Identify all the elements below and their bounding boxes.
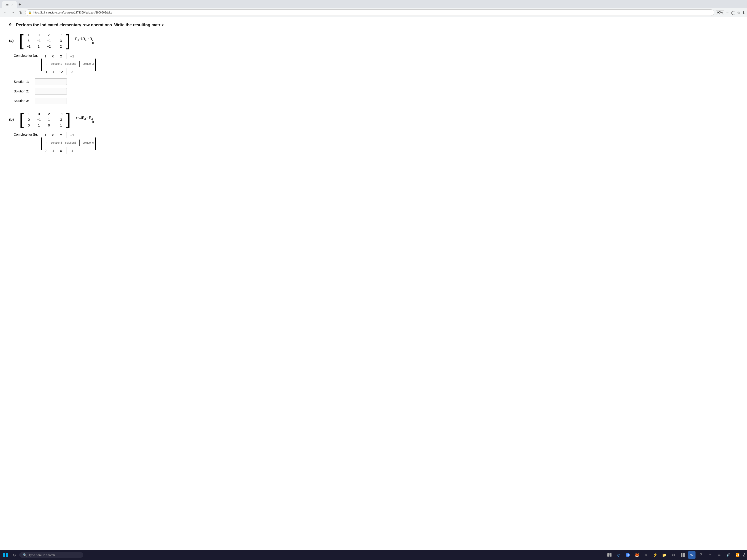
word-icon[interactable]: W [688,551,696,559]
windows-logo [3,553,8,557]
svg-rect-2 [608,555,610,557]
apps-icon[interactable]: ❖ [642,551,650,559]
cb-r2c3: solution5 [65,141,76,144]
edge-icon[interactable]: e [615,551,622,559]
ca-rhs2: solution3 [83,62,94,65]
part-b-row: (b) [ 1 0 2 0 −1 1 0 1 0 [9,111,738,128]
part-b-arrow [74,121,95,123]
aug-cols-a: 1 0 2 3 −1 −1 −1 1 −2 [24,32,54,49]
grid-icon[interactable] [679,551,686,559]
time-text: 3 [743,552,745,555]
ca-r3c1: −1 [43,70,48,74]
ca-row2: 0 solution1 solution2 solution3 [43,61,94,67]
cell-a-rhs2: 3 [57,39,65,43]
cell-b-rhs1: −1 [57,112,65,116]
solution-1-input[interactable] [35,78,67,85]
files-icon[interactable]: 📁 [661,551,668,559]
reload-button[interactable]: ↻ [18,9,24,16]
complete-a-section: Complete for (a): | 1 0 2 −1 0 solut [14,53,738,75]
ca-sep3 [67,69,67,75]
new-tab-button[interactable]: + [17,1,23,8]
cb-r3c3: 0 [59,149,63,153]
aug-separator-a [55,33,55,48]
ca-sep1 [67,53,67,59]
cell-b-rhs2: 3 [57,117,65,122]
minimize-icon[interactable]: ▭ [716,551,723,559]
taskbar-search-bar[interactable]: 🔍 Type here to search [19,552,83,558]
extensions-icon[interactable]: ⋯ [726,10,729,15]
arrow-head-a [92,42,95,44]
left-bracket-cb: | [40,136,43,150]
cb-r1c2: 0 [51,133,56,137]
chevron-up-icon[interactable]: ⌃ [706,551,714,559]
profile-icon[interactable]: ◯ [731,10,735,15]
complete-a-matrix: | 1 0 2 −1 0 solution1 solution2 [40,53,97,75]
cell-a-r1c2: 0 [35,33,42,37]
win-quad-bl [3,555,5,557]
date-text: 5/ [743,555,745,558]
firefox-icon[interactable]: 🦊 [633,551,641,559]
help-icon[interactable]: ? [697,551,705,559]
address-bar[interactable]: 🔒 https://iu.instructure.com/courses/187… [25,9,714,16]
ca-r3c3: −2 [59,70,63,74]
solution-3-label: Solution 3: [14,99,32,103]
ca-r1c1: 1 [43,54,48,58]
cell-a-r2c3: −1 [45,39,52,43]
solution-3-input[interactable] [35,98,67,104]
search-button-tb[interactable]: ⊙ [10,551,18,559]
network-icon[interactable]: 📶 [734,551,741,559]
part-b-matrix: [ 1 0 2 0 −1 1 0 1 0 −1 [19,111,71,128]
ca-row1: 1 0 2 −1 [43,53,94,59]
cb-r3c2: 1 [51,149,56,153]
lock-icon: 🔒 [28,11,32,14]
cell-a-r1c1: 1 [25,33,32,37]
back-button[interactable]: ← [2,9,8,16]
browser-tab[interactable]: am × [2,1,17,8]
tab-close-button[interactable]: × [11,3,13,6]
aug-cols-b: 1 0 2 0 −1 1 0 1 0 [24,111,54,128]
mail-icon[interactable]: ✉ [670,551,677,559]
cell-a-r3c3: −2 [45,44,52,48]
left-bracket-ca: | [40,57,43,71]
cb-rhs3: 1 [70,149,75,153]
left-bracket-a: [ [19,34,24,48]
right-bracket-cb: | [94,136,98,150]
chrome-icon[interactable] [624,551,632,559]
complete-b-section: Complete for (b): | 1 0 2 −1 0 solution4… [14,132,738,154]
bookmark-icon[interactable]: ☆ [737,10,740,15]
solution-2-row: Solution 2: [14,88,738,95]
svg-rect-8 [683,553,685,555]
cell-b-r1c2: 0 [35,112,43,116]
win-quad-br [6,555,8,557]
sound-icon[interactable]: 🔊 [725,551,732,559]
taskview-icon[interactable] [606,551,613,559]
cell-a-r3c2: 1 [35,44,42,48]
lightning-icon[interactable]: ⚡ [651,551,659,559]
aug-inner-b: 1 0 2 0 −1 1 0 1 0 −1 3 1 [24,111,66,128]
ca-r1c2: 0 [51,54,56,58]
solution-2-input[interactable] [35,88,67,95]
search-placeholder-text: Type here to search [29,553,55,557]
part-b-operation: (−1)R2→R2 [74,116,95,123]
taskbar-icons: e 🦊 ❖ ⚡ 📁 ✉ W ? ⌃ ▭ 🔊 📶 3 [606,551,745,559]
cb-row3: 0 1 0 1 [43,147,94,154]
forward-button[interactable]: → [9,9,16,16]
part-a-op-label: R2−3R1→R2 [75,37,94,41]
search-icon-taskbar: 🔍 [23,553,27,557]
cb-r2c2: solution4 [51,141,62,144]
cell-b-r3c1: 0 [25,123,32,127]
download-icon[interactable]: ⬇ [742,10,745,15]
address-bar-row: ← → ↻ 🔒 https://iu.instructure.com/cours… [0,8,747,17]
part-b-label: (b) [9,117,14,122]
complete-b-inner: 1 0 2 −1 0 solution4 solution5 solution6 [43,132,94,154]
win-quad-tl [3,553,5,555]
svg-rect-3 [610,555,612,557]
complete-a-label: Complete for (a): [14,54,38,57]
cb-r1c3: 2 [59,133,63,137]
part-b-op-label: (−1)R2→R2 [76,116,93,120]
cb-sep3 [67,147,67,154]
cell-b-r3c3: 0 [45,123,53,127]
windows-button[interactable] [2,551,9,559]
part-a-operation: R2−3R1→R2 [74,37,95,44]
arrow-shaft-a [74,43,92,43]
